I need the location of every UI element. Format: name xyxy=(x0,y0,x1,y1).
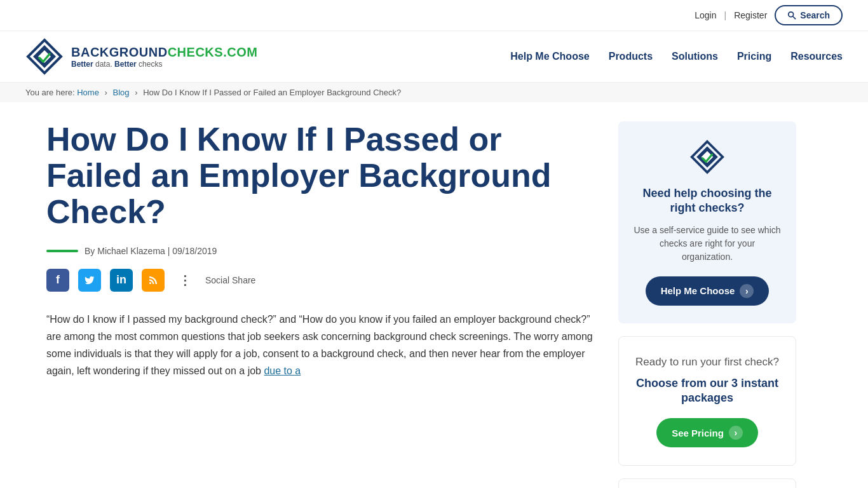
article-inline-link[interactable]: due to a xyxy=(264,365,301,376)
sidebar-card-pricing: Ready to run your first check? Choose fr… xyxy=(618,336,796,466)
logo-text: BACKGROUNDCHECKS.COM Better data. Better… xyxy=(71,45,257,69)
divider: | xyxy=(724,10,727,20)
logo-area: BACKGROUNDCHECKS.COM Better data. Better… xyxy=(25,37,257,76)
search-button[interactable]: Search xyxy=(775,5,843,25)
arrow-icon-2: › xyxy=(729,426,743,440)
facebook-share-button[interactable]: f xyxy=(46,269,69,292)
meta-text: By Michael Klazema | 09/18/2019 xyxy=(85,246,217,256)
article-main: How Do I Know If I Passed or Failed an E… xyxy=(46,121,593,488)
breadcrumb: You are here: Home › Blog › How Do I Kno… xyxy=(0,83,868,102)
nav-help-me-choose[interactable]: Help Me Choose xyxy=(510,51,589,62)
logo-icon xyxy=(25,37,64,76)
arrow-icon: › xyxy=(740,284,754,298)
nav-products[interactable]: Products xyxy=(609,51,653,62)
svg-point-0 xyxy=(789,12,794,17)
page-content: How Do I Know If I Passed or Failed an E… xyxy=(21,102,847,488)
sidebar-card1-desc: Use a self-service guide to see which ch… xyxy=(634,224,781,264)
article-title: How Do I Know If I Passed or Failed an E… xyxy=(46,121,593,231)
main-header: BACKGROUNDCHECKS.COM Better data. Better… xyxy=(0,31,868,83)
logo-tagline: Better data. Better checks xyxy=(71,60,257,69)
logo-brand: BACKGROUNDCHECKS.COM xyxy=(71,45,257,60)
twitter-share-button[interactable] xyxy=(78,269,101,292)
linkedin-share-button[interactable]: in xyxy=(110,269,133,292)
top-bar: Login | Register Search xyxy=(0,0,868,31)
nav-pricing[interactable]: Pricing xyxy=(737,51,771,62)
see-pricing-button[interactable]: See Pricing › xyxy=(656,418,758,447)
nav-solutions[interactable]: Solutions xyxy=(672,51,718,62)
register-link[interactable]: Register xyxy=(734,10,767,20)
article-body: “How do I know if I passed my background… xyxy=(46,311,593,380)
search-icon xyxy=(787,11,796,20)
svg-line-1 xyxy=(793,17,796,19)
ready-subtitle: Choose from our 3 instant packages xyxy=(634,376,780,406)
help-me-choose-button[interactable]: Help Me Choose › xyxy=(646,276,770,306)
sidebar-card-report: Get your report instantly xyxy=(618,478,796,488)
article-meta: By Michael Klazema | 09/18/2019 xyxy=(46,246,593,256)
breadcrumb-blog[interactable]: Blog xyxy=(113,88,130,97)
share-label: Social Share xyxy=(205,275,255,285)
sidebar-card1-heading: Need help choosing the right checks? xyxy=(634,186,781,216)
meta-line xyxy=(46,250,78,252)
login-link[interactable]: Login xyxy=(695,10,716,20)
nav-resources[interactable]: Resources xyxy=(790,51,843,62)
breadcrumb-current: How Do I Know If I Passed or Failed an E… xyxy=(143,88,401,97)
social-share: f in ⋮ Social Share xyxy=(46,269,593,292)
sidebar-card-help: Need help choosing the right checks? Use… xyxy=(618,121,796,323)
main-nav: Help Me Choose Products Solutions Pricin… xyxy=(510,51,843,62)
ready-title: Ready to run your first check? xyxy=(634,355,780,370)
rss-share-button[interactable] xyxy=(142,269,165,292)
sidebar-logo-icon xyxy=(689,139,725,175)
breadcrumb-prefix: You are here: xyxy=(25,88,75,97)
sidebar: Need help choosing the right checks? Use… xyxy=(618,121,796,488)
svg-point-5 xyxy=(149,282,151,284)
more-share-button[interactable]: ⋮ xyxy=(173,269,196,292)
breadcrumb-home[interactable]: Home xyxy=(77,88,99,97)
